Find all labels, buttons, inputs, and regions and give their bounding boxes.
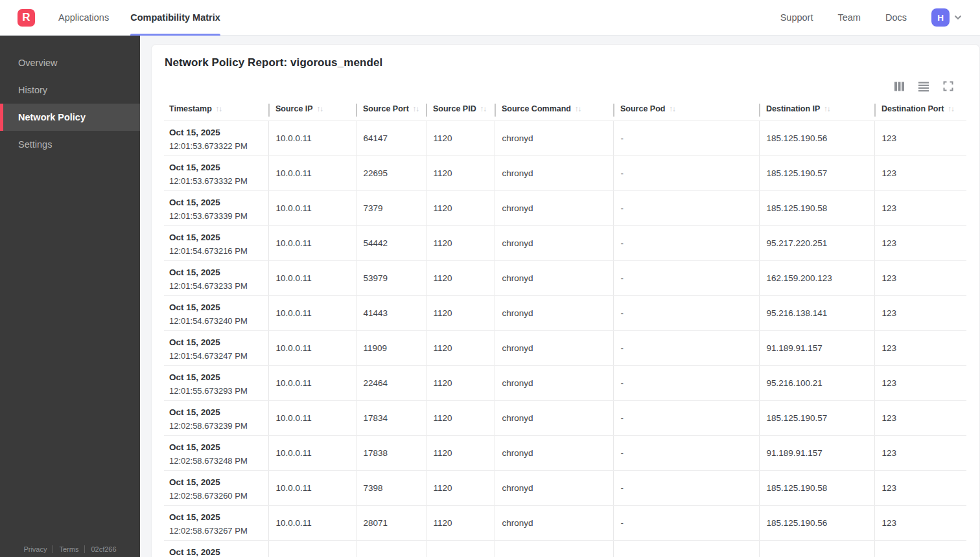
- docs-link[interactable]: Docs: [885, 12, 907, 23]
- cell-source-port: 7379: [356, 190, 426, 225]
- cell-dest-ip: 185.125.190.58: [759, 470, 874, 505]
- sort-icon[interactable]: ↑↓: [480, 105, 487, 113]
- cell-source-pid: 1120: [426, 505, 495, 540]
- footer-divider: [52, 545, 53, 553]
- table-row: Oct 15, 202512:02:58.673248 PM10.0.0.111…: [164, 435, 966, 470]
- timestamp-date: Oct 15, 2025: [169, 370, 268, 384]
- column-header-destination-ip[interactable]: Destination IP↑↓: [759, 104, 874, 120]
- column-header-source-pod[interactable]: Source Pod↑↓: [613, 104, 759, 120]
- tab-applications[interactable]: Applications: [58, 0, 109, 36]
- sort-icon[interactable]: ↑↓: [413, 105, 419, 113]
- cell-source-command: chronyd: [495, 365, 613, 400]
- sort-icon[interactable]: ↑↓: [669, 105, 675, 113]
- sidebar-item-overview[interactable]: Overview: [0, 49, 140, 76]
- nav-right-links: Support Team Docs H: [780, 8, 963, 27]
- rows-icon[interactable]: [918, 80, 929, 92]
- chevron-down-icon: [953, 12, 963, 23]
- cell-source-pod: -: [613, 330, 759, 365]
- table-row: Oct 15, 202512:02:58.673260 PM10.0.0.117…: [164, 470, 966, 505]
- version-label: 02cf266: [91, 545, 116, 553]
- columns-icon[interactable]: [893, 80, 905, 92]
- sort-icon[interactable]: ↑↓: [216, 105, 222, 113]
- timestamp-time: 12:02:58.673239 PM: [169, 419, 268, 433]
- team-link[interactable]: Team: [837, 12, 860, 23]
- cell-timestamp: Oct 15, 202512:01:54.673216 PM: [164, 225, 268, 260]
- cell-source-ip: [268, 540, 356, 557]
- page-title: Network Policy Report: vigorous_mendel: [152, 56, 979, 69]
- sort-icon[interactable]: ↑↓: [317, 105, 323, 113]
- table-header-row: Timestamp↑↓Source IP↑↓Source Port↑↓Sourc…: [164, 104, 966, 120]
- column-header-timestamp[interactable]: Timestamp↑↓: [164, 104, 268, 120]
- table-row: Oct 15, 202512:01:54.673216 PM10.0.0.115…: [164, 225, 966, 260]
- cell-timestamp: Oct 15, 202512:01:53.673339 PM: [164, 190, 268, 225]
- column-header-source-ip[interactable]: Source IP↑↓: [268, 104, 356, 120]
- sort-icon[interactable]: ↑↓: [575, 105, 581, 113]
- table-row: Oct 15, 202512:02:58.673267 PM10.0.0.112…: [164, 505, 966, 540]
- cell-dest-port: 123: [874, 400, 966, 435]
- timestamp-date: Oct 15, 2025: [169, 405, 268, 419]
- cell-source-command: chronyd: [495, 260, 613, 295]
- app-logo[interactable]: R: [18, 9, 35, 27]
- cell-source-ip: 10.0.0.11: [268, 260, 356, 295]
- cell-source-ip: 10.0.0.11: [268, 435, 356, 470]
- sort-icon[interactable]: ↑↓: [948, 105, 955, 113]
- table-row: Oct 15, 2025: [164, 540, 966, 557]
- column-label: Destination IP: [766, 104, 820, 113]
- tab-compatibility-matrix[interactable]: Compatibility Matrix: [130, 0, 220, 36]
- sidebar-item-history[interactable]: History: [0, 76, 140, 104]
- primary-tabs: Applications Compatibility Matrix: [58, 0, 242, 36]
- timestamp-time: 12:02:58.673260 PM: [169, 489, 268, 503]
- cell-source-command: chronyd: [495, 155, 613, 190]
- cell-source-ip: 10.0.0.11: [268, 400, 356, 435]
- column-header-source-command[interactable]: Source Command↑↓: [495, 104, 613, 120]
- cell-dest-ip: 95.216.100.21: [759, 365, 874, 400]
- cell-dest-ip: 162.159.200.123: [759, 260, 874, 295]
- cell-source-pid: 1120: [426, 365, 495, 400]
- cell-dest-ip: [759, 540, 874, 557]
- table-row: Oct 15, 202512:01:55.673293 PM10.0.0.112…: [164, 365, 966, 400]
- cell-source-pod: -: [613, 225, 759, 260]
- column-label: Source Port: [363, 104, 409, 113]
- cell-source-pid: [426, 540, 495, 557]
- column-label: Source IP: [275, 104, 313, 113]
- cell-source-pod: -: [613, 470, 759, 505]
- timestamp-time: 12:02:58.673248 PM: [169, 454, 268, 468]
- support-link[interactable]: Support: [780, 12, 813, 23]
- avatar[interactable]: H: [931, 8, 950, 27]
- cell-timestamp: Oct 15, 202512:02:58.673267 PM: [164, 505, 268, 540]
- sidebar-item-network-policy[interactable]: Network Policy: [0, 104, 140, 131]
- timestamp-date: Oct 15, 2025: [169, 545, 268, 557]
- column-header-source-pid[interactable]: Source PID↑↓: [426, 104, 495, 120]
- sort-icon[interactable]: ↑↓: [824, 105, 830, 113]
- cell-dest-port: 123: [874, 330, 966, 365]
- cell-source-command: chronyd: [495, 435, 613, 470]
- cell-timestamp: Oct 15, 202512:01:53.673332 PM: [164, 155, 268, 190]
- column-header-source-port[interactable]: Source Port↑↓: [356, 104, 426, 120]
- cell-dest-port: 123: [874, 225, 966, 260]
- cell-dest-port: 123: [874, 470, 966, 505]
- cell-source-pid: 1120: [426, 470, 495, 505]
- sidebar: Overview History Network Policy Settings…: [0, 36, 140, 557]
- privacy-link[interactable]: Privacy: [23, 545, 47, 553]
- sidebar-item-settings[interactable]: Settings: [0, 131, 140, 158]
- cell-source-pid: 1120: [426, 400, 495, 435]
- table-row: Oct 15, 202512:01:54.673247 PM10.0.0.111…: [164, 330, 966, 365]
- cell-source-command: chronyd: [495, 225, 613, 260]
- table-row: Oct 15, 202512:01:53.673322 PM10.0.0.116…: [164, 120, 966, 155]
- cell-source-command: chronyd: [495, 505, 613, 540]
- cell-source-port: 22695: [356, 155, 426, 190]
- cell-source-ip: 10.0.0.11: [268, 330, 356, 365]
- table-row: Oct 15, 202512:01:53.673332 PM10.0.0.112…: [164, 155, 966, 190]
- timestamp-time: 12:01:53.673322 PM: [169, 139, 268, 153]
- user-menu[interactable]: H: [931, 8, 963, 27]
- cell-source-command: chronyd: [495, 190, 613, 225]
- fullscreen-icon[interactable]: [942, 80, 954, 92]
- timestamp-date: Oct 15, 2025: [169, 231, 268, 244]
- cell-dest-port: 123: [874, 435, 966, 470]
- cell-source-command: chronyd: [495, 470, 613, 505]
- column-header-destination-port[interactable]: Destination Port↑↓: [874, 104, 966, 120]
- cell-dest-ip: 95.216.138.141: [759, 295, 874, 330]
- terms-link[interactable]: Terms: [59, 545, 78, 553]
- cell-timestamp: Oct 15, 202512:02:58.673239 PM: [164, 400, 268, 435]
- cell-source-port: 54442: [356, 225, 426, 260]
